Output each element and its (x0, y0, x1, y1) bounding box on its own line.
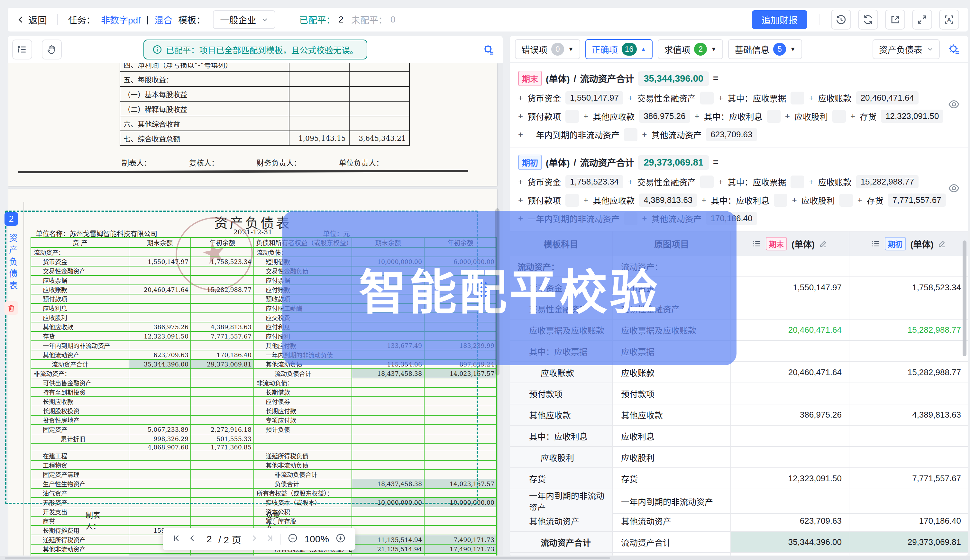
term-value-box[interactable] (624, 212, 638, 225)
period-begin-cell[interactable]: 1,758,523.34 (850, 277, 968, 298)
refresh-button[interactable] (858, 10, 878, 30)
term-value-box[interactable] (767, 110, 781, 123)
task-mode[interactable]: 混合 (154, 13, 172, 26)
term-value-box[interactable] (840, 194, 853, 207)
term-value-box[interactable]: 386,975.26 (639, 110, 690, 123)
filter-tab-求值项[interactable]: 求值项2▼ (658, 39, 723, 59)
sheet-selector[interactable]: 资产负债表 (873, 39, 940, 59)
term-value-box[interactable] (791, 92, 804, 105)
term-value-box[interactable]: 623,709.63 (706, 128, 757, 141)
table-row[interactable]: 货币资金货币资金1,550,147.971,758,523.34 (510, 277, 968, 298)
period-end-cell[interactable]: 20,460,471.64 (731, 320, 850, 341)
period-begin-cell[interactable] (850, 426, 968, 447)
period-begin-cell[interactable] (850, 383, 968, 404)
period-begin-cell[interactable] (850, 256, 968, 277)
table-row[interactable]: 其中：应收利息应收利息 (510, 426, 968, 447)
period-end-cell[interactable]: 1,550,147.97 (731, 277, 850, 298)
term-value-box[interactable]: 20,460,471.64 (856, 91, 918, 105)
term-value-box[interactable] (832, 110, 846, 123)
term-value-box[interactable]: 1,550,147.97 (565, 91, 623, 105)
table-row[interactable]: 应收账款应收账款20,460,471.6415,282,988.77 (510, 362, 968, 383)
period-begin-cell[interactable] (850, 298, 968, 320)
period-end-cell[interactable]: 20,460,471.64 (731, 362, 850, 383)
edit-icon[interactable] (938, 240, 946, 248)
zoom-out-button[interactable] (287, 533, 298, 545)
period-end-cell[interactable]: 623,709.63 (731, 510, 850, 532)
formula-total-value[interactable]: 29,373,069.81 (638, 155, 709, 170)
period-end-cell[interactable] (731, 383, 850, 404)
first-page-button[interactable] (172, 533, 181, 545)
period-begin-cell[interactable]: 7,771,557.67 (850, 468, 968, 489)
table-row[interactable]: 其他应收款其他应收款386,975.264,389,813.63 (510, 404, 968, 426)
table-row[interactable]: 存货存货12,323,091.507,771,557.67 (510, 468, 968, 489)
sheet-side-tab[interactable]: 2 资产负债表 (5, 212, 18, 315)
filter-tab-基础信息[interactable]: 基础信息5▼ (728, 39, 802, 59)
period-end-cell[interactable] (731, 341, 850, 362)
zoom-in-button[interactable] (336, 533, 346, 545)
term-value-box[interactable] (565, 194, 579, 207)
formula-total-value[interactable]: 35,344,396.00 (638, 72, 709, 86)
add-report-button[interactable]: 追加财报 (752, 10, 807, 29)
table-row[interactable]: 流动资产：流动资产： (510, 256, 968, 277)
period-end-cell[interactable]: 12,323,091.50 (731, 468, 850, 489)
table-row[interactable]: 应收票据及应收账款应收票据及应收账款20,460,471.6415,282,98… (510, 320, 968, 341)
list-icon[interactable] (752, 239, 761, 248)
period-end-cell[interactable] (731, 553, 850, 555)
filter-tab-正确项[interactable]: 正确项16▲ (585, 39, 653, 59)
panel-scrollbar[interactable] (963, 240, 967, 356)
back-button[interactable]: 返回 (17, 13, 47, 27)
prev-page-button[interactable] (188, 533, 197, 545)
period-end-cell[interactable] (731, 256, 850, 277)
task-type[interactable]: 非数字pdf (101, 13, 140, 26)
term-value-box[interactable]: 7,771,557.67 (888, 193, 946, 207)
term-value-box[interactable] (774, 194, 787, 207)
visibility-toggle[interactable] (948, 182, 960, 196)
period-begin-cell[interactable] (850, 489, 968, 514)
period-end-cell[interactable] (731, 426, 850, 447)
visibility-toggle[interactable] (948, 98, 960, 112)
term-value-box[interactable] (624, 128, 638, 141)
next-page-button[interactable] (250, 533, 259, 545)
last-page-button[interactable] (265, 533, 274, 545)
period-begin-cell[interactable] (850, 553, 968, 555)
outline-toggle-button[interactable] (12, 40, 32, 60)
table-row[interactable]: 其中：应收票据应收票据 (510, 341, 968, 362)
period-begin-cell[interactable]: 170,186.40 (850, 510, 968, 532)
doc-settings-button[interactable] (479, 40, 498, 58)
filter-tab-错误项[interactable]: 错误项0▼ (515, 39, 580, 59)
term-value-box[interactable]: 12,323,091.50 (881, 110, 943, 123)
term-value-box[interactable] (791, 175, 804, 188)
period-begin-cell[interactable]: 4,389,813.63 (850, 404, 968, 426)
sheet-tab-label[interactable]: 资产负债表 (7, 231, 19, 295)
fullscreen-button[interactable] (912, 10, 932, 30)
period-begin-cell[interactable]: 15,282,988.77 (850, 320, 968, 341)
term-value-box[interactable]: 15,282,988.77 (856, 175, 918, 188)
term-value-box[interactable] (700, 175, 714, 188)
period-begin-cell[interactable]: 15,282,988.77 (850, 362, 968, 383)
term-value-box[interactable]: 1,758,523.34 (565, 175, 623, 188)
table-row[interactable]: 其他流动资产其他流动资产623,709.63170,186.40 (510, 510, 968, 532)
term-value-box[interactable]: 4,389,813.63 (639, 193, 697, 207)
delete-sheet-button[interactable] (5, 301, 18, 315)
export-button[interactable] (885, 10, 905, 30)
horizontal-scrollbar[interactable] (0, 556, 970, 560)
period-begin-cell[interactable] (850, 341, 968, 362)
table-row[interactable]: 流动资产合计流动资产合计35,344,396.0029,373,069.81 (510, 532, 968, 553)
table-row[interactable]: 应收股利应收股利 (510, 447, 968, 468)
term-value-box[interactable]: 170,186.40 (706, 212, 757, 225)
period-end-cell[interactable]: 35,344,396.00 (731, 532, 850, 553)
list-icon[interactable] (871, 239, 880, 248)
panel-settings-button[interactable] (945, 40, 963, 58)
term-value-box[interactable] (565, 110, 579, 123)
template-select[interactable]: 一般企业 (213, 10, 275, 29)
ocr-capture-button[interactable]: A (939, 10, 959, 30)
table-row[interactable]: 非流动资产：非流动资产： (510, 553, 968, 555)
pan-tool-button[interactable] (42, 40, 62, 60)
table-row[interactable]: 交易性金融资产交易性金融资产 (510, 298, 968, 320)
period-begin-cell[interactable]: 29,373,069.81 (850, 532, 968, 553)
table-row[interactable]: 一年内到期的非流动资产一年内到期的非流动资产 (510, 489, 968, 510)
period-end-cell[interactable] (731, 298, 850, 320)
panel-drag-handle[interactable] (481, 282, 487, 297)
table-row[interactable]: 预付款项预付款项 (510, 383, 968, 404)
period-begin-cell[interactable] (850, 447, 968, 468)
